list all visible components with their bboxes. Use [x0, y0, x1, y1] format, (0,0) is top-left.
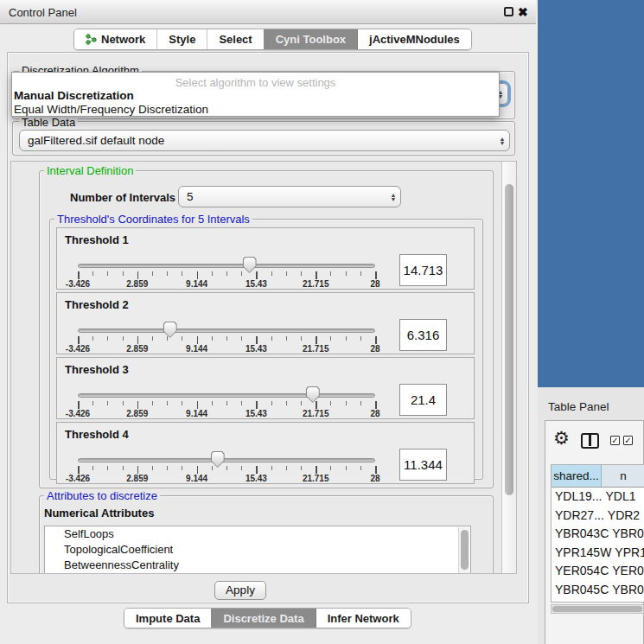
slider-tick-label: 9.144 [186, 409, 207, 418]
tab-style[interactable]: Style [156, 29, 207, 49]
cell-name[interactable]: YBL0 [609, 599, 644, 603]
threshold-label: Threshold 2 [65, 298, 129, 311]
tab-jactivemnodules[interactable]: jActiveMNodules [357, 29, 471, 49]
slider-tick-label: 28 [370, 474, 379, 483]
cell-shared-name[interactable]: YDL19... [552, 488, 602, 507]
threshold-label: Threshold 1 [65, 233, 129, 246]
slider-tick-label: -3.426 [66, 474, 90, 483]
slider-major-tick [197, 271, 199, 279]
algorithm-option-manual[interactable]: Manual Discretization [14, 89, 134, 102]
tab-impute-data[interactable]: Impute Data [124, 609, 211, 628]
tab-select[interactable]: Select [207, 29, 263, 49]
table-row[interactable]: YDL19...YDL1 [552, 488, 644, 507]
tab-discretize-data[interactable]: Discretize Data [211, 609, 315, 628]
threshold-value-field[interactable]: 21.4 [399, 384, 447, 416]
threshold-value-field[interactable]: 11.344 [399, 449, 447, 481]
cell-shared-name[interactable]: YER054C [552, 562, 609, 581]
table-hscrollbar[interactable] [551, 604, 644, 614]
table-row[interactable]: YBL079WYBL0 [552, 599, 644, 603]
gear-icon[interactable]: ⚙ [553, 428, 570, 449]
slider-tick-label: 2.859 [126, 344, 148, 354]
slider-major-tick [137, 271, 139, 279]
cell-shared-name[interactable]: YBR043C [552, 525, 609, 544]
threshold-label: Threshold 3 [65, 363, 129, 376]
slider-major-tick [137, 336, 139, 344]
algorithm-placeholder: Select algorithm to view settings [12, 76, 499, 89]
checkbox-icon[interactable]: ✓ [623, 436, 633, 445]
settings-scrollbar-thumb[interactable] [505, 184, 513, 495]
slider-tick-label: 9.144 [186, 474, 207, 483]
attributes-group-title: Attributes to discretize [44, 489, 160, 502]
table-row[interactable]: YER054CYER0 [552, 562, 644, 581]
slider-major-tick [375, 466, 377, 474]
slider-major-tick [78, 401, 80, 409]
cell-name[interactable]: YBR0 [609, 581, 644, 600]
threshold-value-field[interactable]: 6.316 [399, 319, 447, 351]
cell-name[interactable]: YPR1 [611, 544, 644, 563]
node-table[interactable]: shared... n YDL19...YDL1YDR27...YDR2YBR0… [551, 464, 644, 603]
threshold-slider-track[interactable] [78, 393, 375, 398]
slider-tick-label: 15.43 [245, 279, 267, 289]
table-row[interactable]: YBR045CYBR0 [552, 581, 644, 600]
float-window-icon[interactable] [504, 7, 513, 16]
panel-title: Control Panel [9, 6, 77, 19]
settings-viewport: Interval Definition Number of Intervals … [10, 161, 517, 574]
table-hscrollbar-thumb[interactable] [552, 606, 642, 612]
table-data-combobox[interactable]: galFiltered.sif default node ▲▼ [19, 130, 510, 151]
tab-label: Infer Network [328, 612, 399, 625]
threshold-slider-track[interactable] [78, 264, 375, 268]
control-panel-titlebar: Control Panel ✖ [0, 0, 536, 24]
bottom-tabbar: Impute DataDiscretize DataInfer Network [124, 608, 411, 628]
thresholds-group-title: Threshold's Coordinates for 5 Intervals [54, 213, 252, 226]
tab-network[interactable]: Network [74, 29, 156, 49]
combo-stepper-icon: ▲▼ [495, 131, 509, 150]
apply-button[interactable]: Apply [214, 581, 266, 600]
cell-name[interactable]: YER0 [609, 562, 644, 581]
slider-tick-label: 28 [370, 344, 379, 354]
cell-name[interactable]: YDL1 [602, 488, 644, 507]
tab-infer-network[interactable]: Infer Network [316, 609, 411, 628]
attribute-list-item[interactable]: SelfLoops [45, 526, 470, 542]
slider-tick-label: 15.43 [245, 409, 267, 418]
table-panel: ⚙ ✓ ✓ shared... n YDL19...YDL1YDR27...YD… [545, 420, 644, 644]
slider-major-tick [316, 401, 317, 409]
threshold-slider-track[interactable] [78, 328, 375, 333]
slider-tick-label: 28 [370, 279, 379, 289]
cell-name[interactable]: YBR0 [609, 525, 644, 544]
threshold-label: Threshold 4 [65, 428, 129, 441]
threshold-row: Threshold 4 11.344 -3.4262.8599.14415.43… [56, 422, 475, 484]
attribute-list-item[interactable]: TopologicalCoefficient [45, 542, 470, 558]
slider-major-tick [78, 271, 80, 279]
tab-label: Select [219, 33, 252, 46]
slider-tick-label: 28 [370, 409, 379, 418]
table-panel-title: Table Panel [548, 400, 609, 413]
slider-major-tick [256, 466, 258, 474]
table-row[interactable]: YBR043CYBR0 [552, 525, 644, 544]
table-row[interactable]: YPR145WYPR1 [552, 544, 644, 563]
checkbox-icon[interactable]: ✓ [610, 436, 620, 445]
number-of-intervals-combobox[interactable]: 5 ▲▼ [178, 186, 401, 207]
threshold-value-field[interactable]: 14.713 [399, 254, 447, 286]
network-icon [86, 34, 97, 45]
cell-shared-name[interactable]: YBR045C [552, 581, 609, 600]
slider-tick-label: -3.426 [66, 409, 90, 418]
cell-shared-name[interactable]: YPR145W [552, 544, 611, 563]
threshold-slider-track[interactable] [78, 458, 375, 462]
tab-cyni-toolbox[interactable]: Cyni Toolbox [264, 29, 357, 49]
tab-label: Discretize Data [223, 612, 303, 625]
numerical-attributes-list[interactable]: SelfLoopsTopologicalCoefficientBetweenne… [44, 526, 471, 574]
cell-shared-name[interactable]: YDR27... [552, 507, 604, 526]
table-row[interactable]: YDR27...YDR2 [552, 507, 644, 526]
table-header-row: shared... n [552, 465, 644, 488]
list-scrollbar-thumb[interactable] [461, 530, 469, 570]
cell-shared-name[interactable]: YBL079W [552, 599, 609, 603]
settings-scrollbar[interactable] [501, 162, 516, 573]
attribute-list-item[interactable]: BetweennessCentrality [45, 558, 470, 573]
algorithm-option-equal-width[interactable]: Equal Width/Frequency Discretization [14, 103, 208, 116]
column-header-name[interactable]: n [602, 465, 644, 487]
column-header-shared-name[interactable]: shared... [552, 465, 602, 487]
close-icon[interactable]: ✖ [518, 5, 528, 19]
cell-name[interactable]: YDR2 [604, 507, 644, 526]
split-columns-icon[interactable] [581, 433, 599, 449]
list-scrollbar[interactable] [458, 527, 469, 574]
